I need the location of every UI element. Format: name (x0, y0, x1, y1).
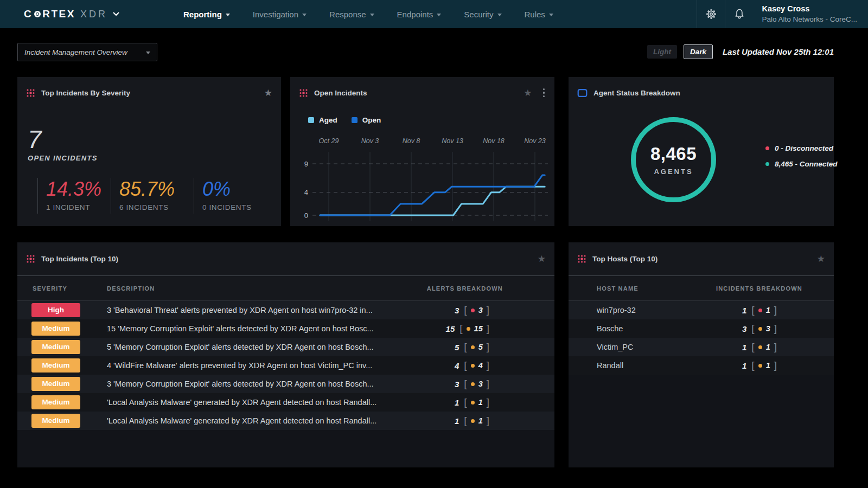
svg-text:Nov 18: Nov 18 (483, 137, 505, 145)
breakdown-count: 4 (455, 361, 459, 370)
table-row[interactable]: Medium4 'WildFire Malware' alerts preven… (17, 356, 554, 375)
chevron-down-icon (226, 14, 230, 16)
svg-text:Nov 23: Nov 23 (524, 137, 546, 145)
open-incidents-total: 7 OPEN INCIDENTS (28, 127, 98, 162)
favorite-star-icon[interactable]: ★ (524, 87, 532, 99)
severity-dot (471, 419, 475, 423)
table-row[interactable]: Medium'Local Analysis Malware' generated… (17, 393, 554, 412)
breakdown-inner-count: 3 (478, 380, 483, 388)
alerts-breakdown-cell: 1[1] (408, 397, 554, 408)
alerts-breakdown-cell: 15[15] (408, 324, 554, 334)
severity-cell: High (17, 303, 107, 317)
table-row[interactable]: High3 'Behavioral Threat' alerts prevent… (17, 301, 554, 319)
table-row[interactable]: win7pro-321[1] (569, 301, 834, 319)
breakdown-bracket-group: [1] (464, 416, 489, 426)
table-row[interactable]: Victim_PC1[1] (569, 338, 834, 356)
severity-cell: Medium (17, 340, 107, 354)
table-row[interactable]: Medium'Local Analysis Malware' generated… (17, 412, 554, 430)
bell-icon (733, 8, 746, 21)
bracket-open: [ (751, 305, 754, 315)
severity-dot (471, 382, 475, 386)
breakdown-bracket-group: [3] (464, 305, 489, 316)
nav-item-label: Rules (525, 10, 545, 19)
bracket-close: ] (774, 360, 777, 370)
severity-dot (758, 327, 762, 331)
severity-dot (471, 364, 475, 368)
endpoint-icon (577, 88, 588, 98)
toolbar-right: Light Dark Last Updated Nov 25th 12:01 (647, 44, 834, 59)
theme-dark-button[interactable]: Dark (684, 44, 713, 59)
legend-item-aged: Aged (308, 116, 337, 124)
breakdown-inner-count: 1 (766, 306, 770, 314)
donut-legend-item-0: 0 - Disconnected (765, 144, 838, 152)
nav-item-response[interactable]: Response (329, 10, 374, 19)
last-updated: Last Updated Nov 25th 12:01 (723, 47, 834, 56)
severity-cell: Medium (17, 395, 107, 409)
incident-description: 5 'Memory Corruption Exploit' alerts det… (107, 343, 374, 351)
breakdown-count: 1 (742, 343, 746, 352)
bracket-open: [ (751, 342, 754, 352)
settings-button[interactable] (697, 0, 725, 28)
table-row[interactable]: Medium3 'Memory Corruption Exploit' aler… (17, 375, 554, 393)
breakdown-inner-count: 1 (766, 361, 770, 370)
table-row[interactable]: Medium5 'Memory Corruption Exploit' aler… (17, 338, 554, 356)
breakdown-bracket-group: [1] (751, 342, 777, 352)
svg-text:Oct 29: Oct 29 (319, 137, 339, 145)
dashboard-selector[interactable]: Incident Management Overview (17, 43, 157, 61)
nav-item-endpoints[interactable]: Endpoints (397, 10, 442, 19)
table-row[interactable]: Randall1[1] (569, 356, 834, 375)
breakdown-count: 3 (455, 306, 459, 315)
svg-text:4: 4 (304, 188, 308, 196)
bracket-close: ] (774, 342, 777, 352)
notifications-button[interactable] (725, 0, 753, 28)
nav-item-investigation[interactable]: Investigation (253, 10, 307, 19)
bracket-open: [ (464, 397, 467, 407)
favorite-star-icon[interactable]: ★ (817, 253, 825, 265)
breakdown-count: 15 (446, 324, 455, 333)
cortex-xdr-logo[interactable]: CRTEX XDR (24, 0, 119, 28)
user-menu[interactable]: Kasey Cross Palo Alto Networks - CoreC..… (753, 0, 868, 28)
breakdown-inner-count: 1 (478, 398, 483, 407)
table-header: SEVERITY DESCRIPTION ALERTS BREAKDOWN (17, 276, 554, 301)
card-title: Top Hosts (Top 10) (592, 255, 817, 263)
breakdown-bracket-group: [1] (464, 397, 489, 408)
open-incidents-label: OPEN INCIDENTS (28, 154, 98, 162)
severity-cell: Medium (17, 377, 107, 391)
severity-stat-2: 0%0 INCIDENTS (194, 178, 275, 214)
donut-legend: 0 - Disconnected8,465 - Connected (765, 144, 838, 176)
nav-item-security[interactable]: Security (464, 10, 501, 19)
svg-text:Nov 13: Nov 13 (442, 137, 463, 145)
description-cell: 15 'Memory Corruption Exploit' alerts de… (107, 324, 408, 333)
breakdown-bracket-group: [1] (751, 361, 777, 371)
description-cell: 3 'Memory Corruption Exploit' alerts det… (107, 379, 408, 389)
breakdown-inner-count: 4 (478, 361, 483, 370)
severity-badge: Medium (31, 395, 80, 409)
alerts-breakdown-cell: 1[1] (408, 416, 554, 426)
severity-badge: High (31, 303, 80, 317)
hosts-rows: win7pro-321[1]Bosche3[3]Victim_PC1[1]Ran… (569, 301, 834, 467)
table-header: HOST NAME INCIDENTS BREAKDOWN (569, 276, 834, 301)
chevron-down-icon (113, 12, 119, 16)
bracket-open: [ (464, 360, 467, 370)
nav-item-rules[interactable]: Rules (525, 10, 553, 19)
card-top-incidents-table: Top Incidents (Top 10) ★ SEVERITY DESCRI… (17, 242, 554, 467)
theme-light-button[interactable]: Light (647, 45, 677, 59)
host-name-cell: Victim_PC (569, 343, 709, 351)
table-row[interactable]: Medium15 'Memory Corruption Exploit' ale… (17, 319, 554, 338)
column-severity: SEVERITY (17, 285, 107, 292)
breakdown-count: 3 (742, 324, 746, 333)
card-menu-kebab-icon[interactable] (542, 87, 546, 99)
favorite-star-icon[interactable]: ★ (538, 253, 546, 265)
alerts-breakdown-cell: 5[5] (408, 342, 554, 352)
bracket-open: [ (459, 323, 462, 333)
nav-item-reporting[interactable]: Reporting (183, 10, 230, 19)
legend-swatch (308, 117, 314, 123)
user-org: Palo Alto Networks - CoreC... (762, 15, 857, 24)
incident-description: 3 'Memory Corruption Exploit' alerts det… (107, 380, 374, 388)
table-row[interactable]: Bosche3[3] (569, 319, 834, 338)
alerts-breakdown-cell: 4[4] (408, 361, 554, 371)
card-open-incidents: Open Incidents ★ AgedOpen Oct 29Nov 3Nov… (290, 77, 554, 226)
svg-text:9: 9 (304, 160, 308, 168)
dashboard-grid: Top Incidents By Severity ★ 7 OPEN INCID… (0, 62, 868, 488)
favorite-star-icon[interactable]: ★ (264, 87, 272, 99)
